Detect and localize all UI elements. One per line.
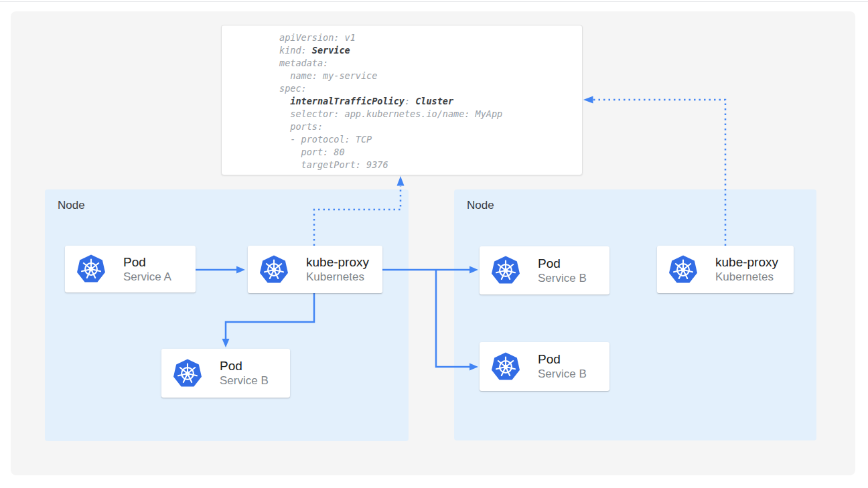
card-subtitle: Service B: [538, 367, 587, 382]
top-divider: [0, 1, 868, 2]
kubernetes-internal-traffic-policy-diagram: Node Node: [0, 0, 868, 488]
service-yaml-box: apiVersion: v1kind: Servicemetadata: nam…: [221, 25, 583, 175]
card-title: kube-proxy: [715, 254, 778, 270]
card-subtitle: Service B: [220, 374, 269, 388]
card-pod-service-b-right-lower: Pod Service B: [480, 342, 609, 391]
card-pod-service-b-left: Pod Service B: [161, 349, 290, 398]
card-subtitle: Service A: [123, 270, 171, 284]
node-left: Node: [45, 189, 409, 441]
card-pod-service-b-right-upper: Pod Service B: [480, 246, 609, 295]
kubernetes-icon: [490, 255, 521, 286]
node-label: Node: [467, 199, 494, 212]
card-title: Pod: [538, 256, 587, 271]
service-yaml-code: apiVersion: v1kind: Servicemetadata: nam…: [279, 31, 579, 171]
kubernetes-icon: [259, 254, 289, 285]
kubernetes-icon: [490, 351, 521, 382]
card-kube-proxy-left: kube-proxy Kubernetes: [248, 246, 382, 293]
node-label: Node: [58, 199, 85, 212]
card-kube-proxy-right: kube-proxy Kubernetes: [657, 246, 794, 293]
card-pod-service-a: Pod Service A: [65, 246, 196, 293]
kubernetes-icon: [668, 254, 699, 285]
kubernetes-icon: [172, 358, 203, 389]
card-subtitle: Service B: [538, 271, 587, 286]
card-title: Pod: [220, 358, 269, 374]
card-title: Pod: [538, 351, 587, 367]
card-subtitle: Kubernetes: [306, 270, 369, 284]
card-title: kube-proxy: [306, 254, 369, 270]
card-subtitle: Kubernetes: [715, 270, 778, 284]
kubernetes-icon: [76, 254, 106, 284]
node-right: Node: [454, 189, 816, 440]
card-title: Pod: [123, 254, 171, 270]
